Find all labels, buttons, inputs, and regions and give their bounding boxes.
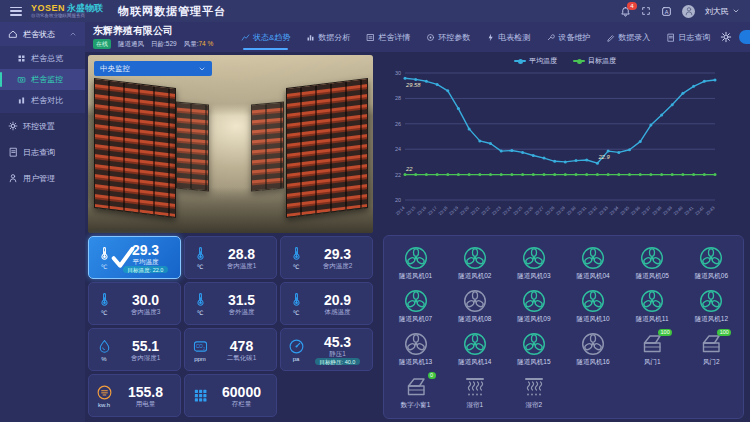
device-隧道风机02[interactable]: 隧道风机02 xyxy=(458,241,491,284)
device-隧道风机01[interactable]: 隧道风机01 xyxy=(399,241,432,284)
device-风门2[interactable]: 100风门2 xyxy=(698,327,724,370)
svg-text:23:25: 23:25 xyxy=(512,205,524,217)
user-icon xyxy=(8,173,18,183)
tab-trend[interactable]: 状态&趋势 xyxy=(235,22,296,52)
device-隧道风机13[interactable]: 隧道风机13 xyxy=(399,327,432,370)
fan-icon xyxy=(580,331,606,357)
device-label: 隧道风机01 xyxy=(399,272,432,281)
svg-text:23:39: 23:39 xyxy=(662,205,674,217)
assistant-button[interactable] xyxy=(739,30,750,44)
metric-card-平均温度[interactable]: ℃29.3平均温度目标温度: 22.0 xyxy=(88,236,181,279)
svg-text:30: 30 xyxy=(395,70,401,76)
metric-value-column: 30.0舍内温度3 xyxy=(115,292,176,316)
svg-text:23:19: 23:19 xyxy=(448,205,460,217)
camera-icon xyxy=(17,75,26,84)
logo-text-cn: 永盛物联 xyxy=(67,3,103,13)
device-隧道风机15[interactable]: 隧道风机15 xyxy=(517,327,550,370)
damper-icon: 100 xyxy=(639,331,665,357)
tab-log[interactable]: 日志查询 xyxy=(660,22,716,52)
sidebar-item-compare[interactable]: 栏舍对比 xyxy=(0,90,85,111)
sidebar-item-grid[interactable]: 栏舍总览 xyxy=(0,48,85,69)
fan-icon xyxy=(403,245,429,271)
metric-value: 478 xyxy=(230,338,253,354)
metric-card-用电量[interactable]: kw.h155.8用电量 xyxy=(88,374,181,417)
tab-env[interactable]: 环控参数 xyxy=(420,22,476,52)
notification-bell-icon[interactable]: 4 xyxy=(620,6,631,17)
svg-text:23:36: 23:36 xyxy=(630,205,642,217)
menu-toggle-icon[interactable] xyxy=(10,7,22,16)
metric-card-舍外温度[interactable]: ℃31.5舍外温度 xyxy=(184,282,277,325)
device-隧道风机14[interactable]: 隧道风机14 xyxy=(458,327,491,370)
metric-unit: ppm xyxy=(194,356,206,362)
tab-detail[interactable]: 栏舍详情 xyxy=(360,22,416,52)
device-隧道风机10[interactable]: 隧道风机10 xyxy=(576,284,609,327)
sidebar-submenu: 栏舍总览栏舍监控栏舍对比 xyxy=(0,46,85,113)
tab-meter[interactable]: 电表检测 xyxy=(480,22,536,52)
log-icon xyxy=(666,33,675,42)
avatar[interactable] xyxy=(682,5,695,18)
sidebar-group-header[interactable]: 栏舍状态 xyxy=(0,22,85,46)
pad-icon xyxy=(521,374,547,400)
entry-icon xyxy=(606,33,615,42)
metric-card-舍内温度1[interactable]: ℃28.8舍内温度1 xyxy=(184,236,277,279)
metric-icon-column: ℃ xyxy=(285,291,307,316)
tab-analysis[interactable]: 数据分析 xyxy=(300,22,356,52)
fullscreen-icon[interactable] xyxy=(641,6,651,16)
metric-card-静压1[interactable]: pa45.3静压1目标静压: 40.0 xyxy=(280,328,373,371)
metric-card-舍内湿度1[interactable]: %55.1舍内湿度1 xyxy=(88,328,181,371)
metric-label: 静压1 xyxy=(329,350,346,357)
device-风门1[interactable]: 100风门1 xyxy=(639,327,665,370)
metric-card-舍内温度3[interactable]: ℃30.0舍内温度3 xyxy=(88,282,181,325)
device-隧道风机03[interactable]: 隧道风机03 xyxy=(517,241,550,284)
device-湿帘2[interactable]: 湿帘2 xyxy=(521,370,547,413)
sidebar-item-label: 环控设置 xyxy=(23,121,55,132)
metric-card-舍内温度2[interactable]: ℃29.3舍内温度2 xyxy=(280,236,373,279)
device-隧道风机05[interactable]: 隧道风机05 xyxy=(636,241,669,284)
company-name: 东辉养殖有限公司 xyxy=(93,25,221,37)
chevron-down-icon xyxy=(198,65,206,73)
device-隧道风机12[interactable]: 隧道风机12 xyxy=(695,284,728,327)
metric-value: 31.5 xyxy=(228,292,255,308)
tab-maintain[interactable]: 设备维护 xyxy=(540,22,596,52)
legend-item-目标温度[interactable]: 目标温度 xyxy=(573,57,616,65)
camera-selector-dropdown[interactable]: 中央监控 xyxy=(94,61,212,76)
device-隧道风机16[interactable]: 隧道风机16 xyxy=(576,327,609,370)
device-隧道风机11[interactable]: 隧道风机11 xyxy=(636,284,669,327)
svg-text:22.9: 22.9 xyxy=(597,154,610,160)
humidity-icon xyxy=(96,338,113,355)
device-隧道风机06[interactable]: 隧道风机06 xyxy=(695,241,728,284)
device-label: 隧道风机05 xyxy=(636,272,669,281)
user-menu[interactable]: 刘大民 xyxy=(705,6,740,17)
temperature-chart: 平均温度目标温度 20222426283023:1423:1523:1623:1… xyxy=(383,52,747,232)
tab-entry[interactable]: 数据录入 xyxy=(600,22,656,52)
metric-icon-column: % xyxy=(93,338,115,362)
sidebar-item-log[interactable]: 日志查询 xyxy=(0,139,85,165)
device-隧道风机08[interactable]: 隧道风机08 xyxy=(458,284,491,327)
sidebar-item-user[interactable]: 用户管理 xyxy=(0,165,85,191)
tab-label: 日志查询 xyxy=(678,32,710,43)
device-badge: 100 xyxy=(658,329,672,337)
meter-icon xyxy=(486,33,495,42)
metric-card-存栏量[interactable]: 60000存栏量 xyxy=(184,374,277,417)
metric-label: 二氧化碳1 xyxy=(227,354,257,361)
device-隧道风机04[interactable]: 隧道风机04 xyxy=(576,241,609,284)
sidebar-item-camera[interactable]: 栏舍监控 xyxy=(0,69,85,90)
legend-item-平均温度[interactable]: 平均温度 xyxy=(514,57,557,65)
legend-label: 目标温度 xyxy=(588,56,616,66)
device-湿帘1[interactable]: 湿帘1 xyxy=(462,370,488,413)
language-icon[interactable]: A xyxy=(661,6,672,17)
settings-gear-icon[interactable] xyxy=(720,31,732,43)
legend-marker xyxy=(514,60,526,62)
metric-value: 30.0 xyxy=(132,292,159,308)
svg-text:26: 26 xyxy=(395,121,401,127)
grid-icon xyxy=(17,54,26,63)
svg-text:23:38: 23:38 xyxy=(651,205,663,217)
metric-card-体感温度[interactable]: ℃20.9体感温度 xyxy=(280,282,373,325)
device-隧道风机09[interactable]: 隧道风机09 xyxy=(517,284,550,327)
metric-card-二氧化碳1[interactable]: CO2ppm478二氧化碳1 xyxy=(184,328,277,371)
device-隧道风机07[interactable]: 隧道风机07 xyxy=(399,284,432,327)
device-数字小窗1[interactable]: 0数字小窗1 xyxy=(401,370,431,413)
svg-text:22: 22 xyxy=(395,172,401,178)
camera-view[interactable]: 中央监控 xyxy=(88,55,373,233)
sidebar-item-gear[interactable]: 环控设置 xyxy=(0,113,85,139)
